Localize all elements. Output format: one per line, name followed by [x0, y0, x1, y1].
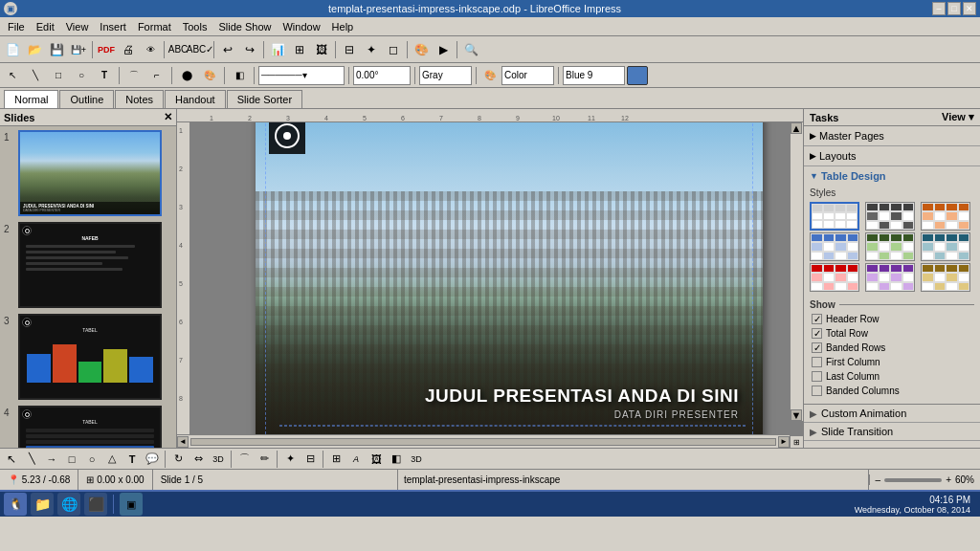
menu-insert[interactable]: Insert — [94, 19, 132, 34]
slide-canvas[interactable]: JUDUL PRESENTASI ANDA DI SINI DATA DIRI … — [256, 122, 763, 434]
text-tool[interactable]: T — [122, 451, 142, 468]
chart-button[interactable]: 📊 — [267, 39, 288, 60]
tab-notes[interactable]: Notes — [115, 90, 164, 108]
insert-pic-btn[interactable]: 🖼 — [367, 451, 386, 468]
shadow-btn[interactable]: ◧ — [229, 65, 250, 86]
slide-preview-3[interactable]: TABEL — [18, 314, 162, 400]
tasks-view-button[interactable]: View ▾ — [942, 111, 974, 123]
poly-tool[interactable]: △ — [102, 451, 122, 468]
minimize-button[interactable]: – — [932, 2, 946, 15]
banded-columns-item[interactable]: Banded Columns — [810, 384, 974, 398]
style-cell-1[interactable] — [810, 202, 859, 231]
vertical-scrollbar[interactable]: ▲ ▼ — [790, 122, 803, 421]
ellipse-tool[interactable]: ○ — [82, 451, 101, 468]
flip-tool[interactable]: ⇔ — [189, 451, 208, 468]
menu-file[interactable]: File — [2, 19, 31, 34]
slide-transition-action[interactable]: ▶ Slide Transition — [804, 423, 980, 441]
slide-preview-2[interactable]: NAFEB — [18, 222, 162, 308]
connector-btn[interactable]: ⌐ — [146, 65, 167, 86]
spellcheck-button[interactable]: ABC — [167, 39, 189, 60]
banded-rows-checkbox[interactable]: ✓ — [812, 342, 822, 353]
taskbar-start[interactable]: 🐧 — [4, 493, 27, 516]
style-cell-9[interactable] — [921, 263, 970, 292]
arrow-tool[interactable]: → — [42, 451, 61, 468]
custom-animation-action[interactable]: ▶ Custom Animation — [804, 405, 980, 423]
line-tool[interactable]: ╲ — [22, 451, 41, 468]
tab-slide-sorter[interactable]: Slide Sorter — [227, 90, 302, 108]
slide-thumb-1[interactable]: 1 JUDUL PRESENTASI ANDA DI SINI DATA DIR… — [4, 130, 172, 216]
open-button[interactable]: 📂 — [24, 39, 45, 60]
slide-thumb-3[interactable]: 3 TABEL — [4, 314, 172, 400]
banded-columns-checkbox[interactable] — [812, 386, 822, 396]
shape-button[interactable]: ◻ — [383, 39, 404, 60]
menu-slideshow[interactable]: Slide Show — [212, 19, 277, 34]
bg-button[interactable]: 🎨 — [411, 39, 432, 60]
fill-btn[interactable]: ⬤ — [176, 65, 197, 86]
slide-thumb-4[interactable]: 4 TABEL — [4, 406, 172, 448]
undo-button[interactable]: ↩ — [217, 39, 238, 60]
save-as-button[interactable]: 💾+ — [68, 39, 89, 60]
color-btn[interactable]: 🎨 — [199, 65, 220, 86]
extrude-btn[interactable]: 3D — [407, 451, 426, 468]
3d-tool[interactable]: 3D — [209, 451, 228, 468]
color-picker-btn[interactable]: 🎨 — [480, 65, 500, 86]
select-tool[interactable]: ↖ — [2, 451, 21, 468]
total-row-item[interactable]: ✓ Total Row — [810, 326, 974, 341]
close-button[interactable]: ✕ — [963, 2, 976, 15]
header-row-item[interactable]: ✓ Header Row — [810, 312, 974, 326]
taskbar-libreoffice[interactable]: ▣ — [120, 493, 143, 516]
effects-btn[interactable]: ✦ — [280, 451, 300, 468]
new-button[interactable]: 📄 — [2, 39, 23, 60]
taskbar-terminal[interactable]: ⬛ — [84, 493, 107, 516]
style-cell-7[interactable] — [810, 263, 859, 292]
horizontal-scrollbar[interactable]: ◄ ► ⊞ — [177, 434, 803, 448]
ellipse-btn[interactable]: ○ — [71, 65, 92, 86]
curve-btn[interactable]: ⌒ — [123, 65, 145, 86]
redo-button[interactable]: ↪ — [239, 39, 260, 60]
gallery-button[interactable]: 🖼 — [311, 39, 332, 60]
star-button[interactable]: ✦ — [361, 39, 382, 60]
text-btn[interactable]: T — [94, 65, 115, 86]
menu-view[interactable]: View — [60, 19, 95, 34]
style-cell-8[interactable] — [865, 263, 915, 292]
fontwork-btn[interactable]: A — [346, 451, 366, 468]
tab-normal[interactable]: Normal — [4, 90, 58, 108]
first-column-checkbox[interactable] — [812, 357, 822, 367]
menu-format[interactable]: Format — [132, 19, 177, 34]
last-column-item[interactable]: Last Column — [810, 369, 974, 384]
style-cell-2[interactable] — [865, 202, 915, 231]
color-mode-dropdown[interactable]: Color — [501, 66, 554, 85]
shadow-draw-btn[interactable]: ◧ — [387, 451, 406, 468]
total-row-checkbox[interactable]: ✓ — [812, 328, 822, 339]
snap-btn[interactable]: ⊞ — [326, 451, 345, 468]
find-button[interactable]: 🔍 — [460, 39, 481, 60]
autocorrect-button[interactable]: ABC✓ — [189, 39, 211, 60]
last-column-checkbox[interactable] — [812, 371, 822, 382]
header-row-checkbox[interactable]: ✓ — [812, 314, 822, 324]
style-cell-5[interactable] — [865, 232, 915, 261]
arrow-btn[interactable]: ↖ — [2, 65, 23, 86]
master-pages-section[interactable]: ▶ Master Pages — [804, 126, 980, 146]
style-cell-3[interactable] — [921, 202, 970, 231]
first-column-item[interactable]: First Column — [810, 355, 974, 369]
align-btn[interactable]: ⊟ — [301, 451, 320, 468]
tab-handout[interactable]: Handout — [165, 90, 226, 108]
layouts-section[interactable]: ▶ Layouts — [804, 146, 980, 166]
table-button[interactable]: ⊞ — [289, 39, 310, 60]
gray-dropdown[interactable]: Gray — [419, 66, 472, 85]
maximize-button[interactable]: □ — [947, 2, 961, 15]
freehand-tool[interactable]: ✏ — [255, 451, 274, 468]
line-btn[interactable]: ╲ — [25, 65, 46, 86]
grid-button[interactable]: ⊟ — [339, 39, 360, 60]
canvas-container[interactable]: 1 2 3 4 5 6 7 8 — [177, 122, 803, 434]
style-cell-6[interactable] — [921, 232, 970, 261]
taskbar-browser[interactable]: 🌐 — [57, 493, 80, 516]
zoom-out-btn[interactable]: – — [876, 474, 881, 485]
menu-tools[interactable]: Tools — [177, 19, 213, 34]
zoom-in-btn[interactable]: + — [946, 474, 951, 485]
rect-btn[interactable]: □ — [48, 65, 69, 86]
presenter-button[interactable]: ▶ — [433, 39, 454, 60]
taskbar-files[interactable]: 📁 — [31, 493, 54, 516]
banded-rows-item[interactable]: ✓ Banded Rows — [810, 341, 974, 355]
angle-dropdown[interactable]: 0.00° — [353, 66, 411, 85]
